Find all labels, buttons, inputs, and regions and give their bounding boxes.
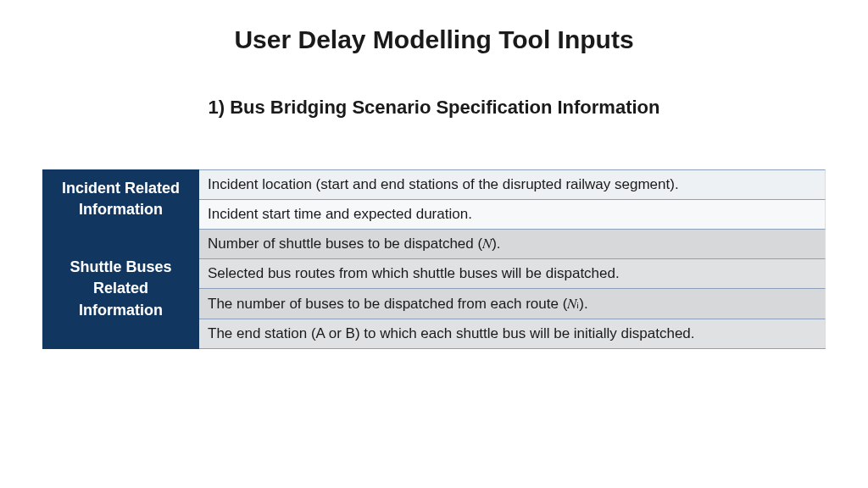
table-row: Incident location (start and end station… [199,169,826,199]
table-group-incident: Incident Related Information Incident lo… [42,169,826,229]
group-header-shuttle: Shuttle Buses Related Information [42,229,199,349]
table-group-shuttle: Shuttle Buses Related Information Number… [42,229,826,349]
section-heading: 1) Bus Bridging Scenario Specification I… [42,97,826,119]
group-header-incident: Incident Related Information [42,169,199,229]
inputs-table: Incident Related Information Incident lo… [42,169,826,349]
table-row: Incident start time and expected duratio… [199,199,826,229]
table-row: Number of shuttle buses to be dispatched… [199,229,826,258]
page-title: User Delay Modelling Tool Inputs [42,25,826,54]
table-row: Selected bus routes from which shuttle b… [199,258,826,288]
table-row: The end station (A or B) to which each s… [199,319,826,348]
table-row: The number of buses to be dispatched fro… [199,288,826,319]
